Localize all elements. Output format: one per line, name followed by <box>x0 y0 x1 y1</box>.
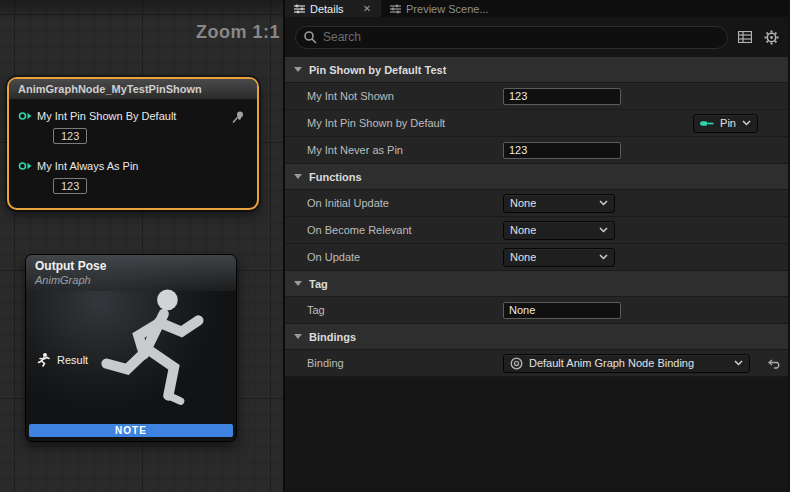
pin-default-value: 123 <box>53 126 87 144</box>
pin-row-shown-by-default: My Int Pin Shown By Default <box>18 110 176 122</box>
row-my-int-not-shown: My Int Not Shown <box>285 83 788 110</box>
details-panel: Details ✕ Preview Scene... <box>285 0 788 492</box>
search-box <box>295 26 728 49</box>
chevron-down-icon <box>599 227 608 233</box>
node-title: AnimGraphNode_MyTestPinShown <box>18 83 202 95</box>
pin-label: My Int Pin Shown By Default <box>37 110 176 122</box>
section-tag[interactable]: Tag <box>285 271 788 297</box>
pin-default-value: 123 <box>53 176 87 194</box>
binding-dropdown[interactable]: Default Anim Graph Node Binding <box>503 354 750 373</box>
details-empty-area <box>285 377 788 492</box>
pin-row-always-as-pin: My Int Always As Pin <box>18 160 138 172</box>
tab-preview-label: Preview Scene... <box>406 3 489 15</box>
int-pin-icon[interactable] <box>18 110 32 122</box>
chevron-down-icon <box>294 67 302 72</box>
int-pin-icon[interactable] <box>18 160 32 172</box>
note-bar[interactable]: NOTE <box>29 424 233 437</box>
row-binding: Binding Default Anim Graph Node Binding <box>285 350 788 377</box>
zoom-level-label: Zoom 1:1 <box>196 22 280 43</box>
reset-to-default-icon[interactable] <box>768 358 781 369</box>
preview-tab-icon <box>390 4 401 14</box>
tab-details[interactable]: Details ✕ <box>285 0 380 17</box>
anim-graph-canvas[interactable]: Zoom 1:1 AnimGraphNode_MyTestPinShown My… <box>0 0 285 492</box>
my-int-not-shown-input[interactable] <box>503 88 621 105</box>
search-input[interactable] <box>295 26 728 49</box>
search-row <box>285 17 788 57</box>
note-label: NOTE <box>115 425 147 436</box>
result-pin-row: Result <box>36 352 88 367</box>
tab-preview-scene[interactable]: Preview Scene... <box>380 0 498 17</box>
pin-state-dropdown[interactable]: Pin <box>693 114 758 133</box>
section-pin-shown-by-default-test[interactable]: Pin Shown by Default Test <box>285 57 788 83</box>
view-options-icon[interactable] <box>736 28 754 46</box>
on-update-dropdown[interactable]: None <box>503 248 615 267</box>
on-initial-update-dropdown[interactable]: None <box>503 194 615 213</box>
chevron-down-icon <box>734 360 743 366</box>
pin-icon <box>700 118 714 129</box>
gear-icon[interactable] <box>762 28 780 46</box>
close-icon[interactable]: ✕ <box>363 3 371 14</box>
my-int-never-as-pin-input[interactable] <box>503 142 621 159</box>
tab-details-label: Details <box>310 3 344 15</box>
row-my-int-never-as-pin: My Int Never as Pin <box>285 137 788 164</box>
pin-label: My Int Always As Pin <box>37 160 138 172</box>
pin-value-box[interactable]: 123 <box>53 128 87 144</box>
row-my-int-pin-shown-by-default: My Int Pin Shown by Default Pin <box>285 110 788 137</box>
chevron-down-icon <box>599 254 608 260</box>
row-on-update: On Update None <box>285 244 788 271</box>
search-icon <box>303 30 317 44</box>
row-on-initial-update: On Initial Update None <box>285 190 788 217</box>
chevron-down-icon <box>294 174 302 179</box>
section-bindings[interactable]: Bindings <box>285 324 788 350</box>
node-output-pose[interactable]: Output Pose AnimGraph <box>25 254 237 442</box>
chevron-down-icon <box>599 200 608 206</box>
pose-pin-icon[interactable] <box>36 352 51 367</box>
mannequin-figure <box>84 283 234 433</box>
row-tag: Tag <box>285 297 788 324</box>
chevron-down-icon <box>294 334 302 339</box>
pin-value-box[interactable]: 123 <box>53 178 87 194</box>
anim-blueprint-editor: Zoom 1:1 AnimGraphNode_MyTestPinShown My… <box>0 0 790 492</box>
on-become-relevant-dropdown[interactable]: None <box>503 221 615 240</box>
pushpin-icon[interactable] <box>231 110 245 124</box>
chevron-down-icon <box>742 120 751 126</box>
details-tabbar: Details ✕ Preview Scene... <box>285 0 788 17</box>
node-header[interactable]: AnimGraphNode_MyTestPinShown <box>9 79 257 100</box>
row-on-become-relevant: On Become Relevant None <box>285 217 788 244</box>
tag-input[interactable] <box>503 302 621 319</box>
result-pin-label: Result <box>57 354 88 366</box>
details-tab-icon <box>294 4 305 14</box>
node-animgraphnode-mytestpinshown[interactable]: AnimGraphNode_MyTestPinShown My Int Pin … <box>7 77 259 210</box>
binding-icon <box>510 357 523 370</box>
node-title: Output Pose <box>35 259 227 273</box>
chevron-down-icon <box>294 281 302 286</box>
section-functions[interactable]: Functions <box>285 164 788 190</box>
